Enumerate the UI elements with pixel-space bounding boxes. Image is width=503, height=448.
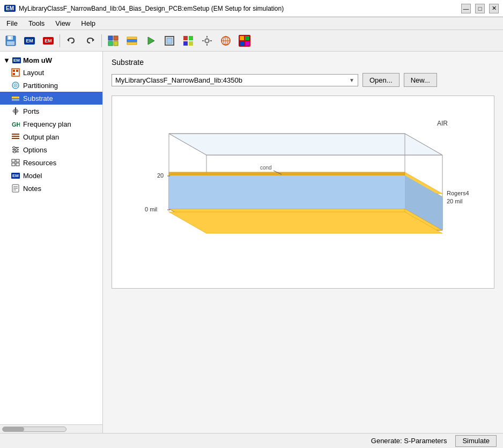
sidebar-label-options: Options (23, 146, 47, 154)
svg-marker-13 (148, 37, 154, 45)
svg-rect-31 (240, 36, 244, 40)
substrate-sidebar-icon (11, 93, 20, 103)
menu-bar: File Tools View Help (0, 17, 503, 30)
sidebar-label-resources: Resources (23, 159, 56, 167)
redo-button[interactable] (82, 33, 99, 49)
toolbar: EM EM (0, 30, 503, 52)
sidebar-item-layout[interactable]: Layout (0, 66, 102, 79)
palette-icon (182, 35, 194, 47)
substrate-visualization: AIR (117, 112, 489, 262)
toolbar-sep-2 (101, 34, 102, 47)
status-bar: Generate: S-Parameters Simulate (0, 433, 503, 448)
collapse-icon: ▼ (3, 56, 10, 64)
svg-marker-81 (169, 172, 405, 175)
save-button[interactable] (2, 33, 19, 49)
svg-rect-60 (16, 163, 19, 166)
box-button[interactable] (161, 33, 178, 49)
sidebar-group-label: Mom uW (23, 56, 52, 64)
stack-button[interactable] (123, 33, 140, 49)
sidebar-label-substrate: Substrate (23, 94, 53, 102)
sidebar-scrollbar-track[interactable] (2, 427, 66, 432)
sidebar-label-layout: Layout (23, 69, 44, 77)
em-blue-button[interactable]: EM (21, 33, 38, 49)
svg-rect-36 (13, 70, 15, 72)
svg-rect-42 (12, 97, 19, 98)
content-area: Substrate MyLibraryClassF_NarrowBand_lib… (103, 52, 503, 433)
sidebar-label-partitioning: Partitioning (23, 82, 58, 90)
sidebar-group-header[interactable]: ▼ EM Mom uW (0, 55, 102, 66)
undo-button[interactable] (63, 33, 80, 49)
redo-icon (85, 35, 95, 46)
close-button[interactable]: ✕ (489, 4, 499, 13)
sidebar-label-ports: Ports (23, 107, 39, 115)
level-20-label: 20 (157, 172, 164, 179)
sidebar-scrollbar-thumb[interactable] (3, 427, 24, 431)
output-sidebar-icon (11, 132, 20, 142)
svg-rect-19 (189, 41, 193, 46)
svg-rect-2 (9, 36, 11, 39)
svg-rect-34 (245, 41, 249, 46)
generate-status-text: Generate: S-Parameters (371, 437, 447, 445)
sidebar-item-output-plan[interactable]: Output plan (0, 130, 102, 143)
dropdown-arrow-icon: ▼ (349, 77, 354, 83)
window-title: MyLibraryClassF_NarrowBand_lib:04_Bias_D… (19, 5, 284, 12)
em-badge-icon: EM (12, 57, 21, 63)
sidebar-item-resources[interactable]: Resources (0, 156, 102, 169)
menu-tools[interactable]: Tools (24, 18, 49, 28)
minimize-button[interactable]: — (461, 4, 471, 13)
sidebar-label-frequency-plan: Frequency plan (23, 120, 71, 128)
svg-rect-58 (16, 159, 19, 162)
menu-help[interactable]: Help (77, 18, 100, 28)
title-bar-left: EM MyLibraryClassF_NarrowBand_lib:04_Bia… (4, 5, 284, 12)
palette-button[interactable] (180, 33, 197, 49)
substrate-dropdown[interactable]: MyLibraryClassF_NarrowBand_lib:4350b ▼ (112, 74, 358, 86)
open-button[interactable]: Open... (363, 73, 400, 87)
maximize-button[interactable]: □ (475, 4, 485, 13)
svg-point-21 (206, 40, 208, 42)
save-icon (5, 35, 17, 47)
svg-rect-3 (7, 41, 14, 45)
sidebar-item-partitioning[interactable]: Partitioning (0, 79, 102, 92)
substrate-dropdown-text: MyLibraryClassF_NarrowBand_lib:4350b (115, 76, 242, 84)
sidebar-label-output-plan: Output plan (23, 133, 59, 141)
sidebar-item-options[interactable]: Options (0, 143, 102, 156)
simulate-button[interactable]: Simulate (455, 435, 497, 447)
svg-rect-37 (16, 70, 18, 72)
new-button[interactable]: New... (404, 73, 437, 87)
title-controls: — □ ✕ (461, 4, 499, 13)
layout-icon (107, 35, 119, 47)
menu-view[interactable]: View (51, 18, 75, 28)
substrate-svg: AIR (137, 112, 469, 262)
sidebar-item-substrate[interactable]: Substrate (0, 92, 102, 105)
svg-rect-32 (245, 36, 249, 40)
sidebar-item-model[interactable]: EM Model (0, 169, 102, 182)
ports-sidebar-icon (11, 106, 20, 116)
cond-label: cond (260, 165, 272, 171)
sidebar: ▼ EM Mom uW Layout (0, 52, 103, 433)
svg-point-55 (16, 149, 18, 151)
svg-rect-17 (189, 36, 193, 40)
svg-rect-12 (127, 42, 137, 45)
notes-sidebar-icon (11, 183, 20, 193)
run-button[interactable] (142, 33, 159, 49)
undo-icon (66, 35, 77, 46)
em-red-button[interactable]: EM (40, 33, 57, 49)
air-label: AIR (437, 120, 448, 127)
sidebar-label-notes: Notes (23, 185, 41, 193)
layout-button[interactable] (105, 33, 122, 49)
app-badge: EM (4, 5, 16, 12)
svg-rect-57 (12, 159, 15, 162)
sidebar-item-notes[interactable]: Notes (0, 182, 102, 195)
menu-file[interactable]: File (2, 18, 22, 28)
svg-rect-6 (108, 36, 113, 40)
em-colorful-button[interactable] (236, 33, 253, 49)
sidebar-item-ports[interactable]: Ports (0, 105, 102, 117)
title-bar: EM MyLibraryClassF_NarrowBand_lib:04_Bia… (0, 0, 503, 17)
network-button[interactable] (217, 33, 234, 49)
em-blue-icon: EM (24, 37, 35, 45)
settings-button[interactable] (198, 33, 216, 49)
svg-rect-50 (12, 138, 19, 139)
sidebar-item-frequency-plan[interactable]: GHz Frequency plan (0, 117, 102, 130)
stack-icon (126, 35, 138, 47)
svg-rect-15 (167, 38, 172, 43)
